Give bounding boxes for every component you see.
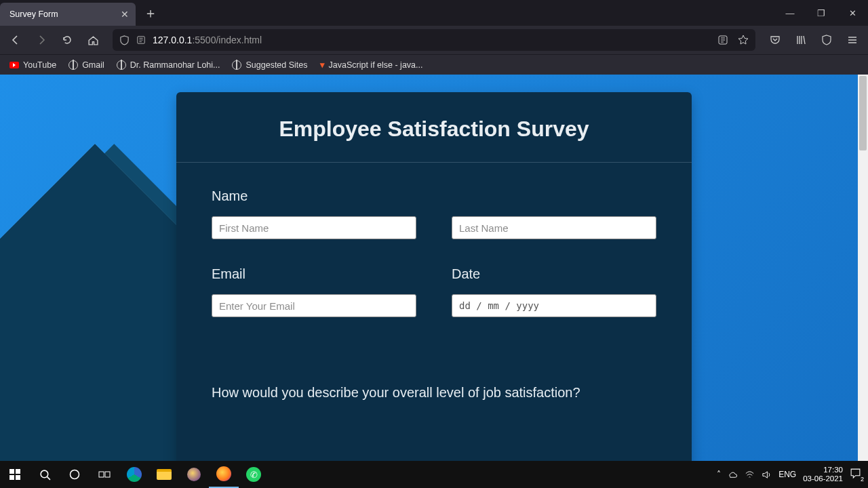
taskbar-app-whatsapp[interactable]: ✆ <box>239 461 269 488</box>
survey-card: Employee Satisfaction Survey Name Email <box>176 92 692 461</box>
library-button[interactable] <box>789 29 812 51</box>
last-name-input[interactable] <box>452 216 656 239</box>
pocket-button[interactable] <box>764 29 787 51</box>
folder-icon <box>157 469 172 480</box>
hamburger-icon <box>847 35 858 45</box>
tray-language[interactable]: ENG <box>778 470 796 479</box>
task-view-icon <box>98 470 111 479</box>
edge-icon <box>127 467 142 482</box>
system-tray: ˄ ENG 17:30 03-06-2021 2 <box>710 466 868 483</box>
bookmark-label: Suggested Sites <box>245 60 307 70</box>
vertical-scrollbar[interactable] <box>858 75 868 461</box>
bookmark-suggested[interactable]: Suggested Sites <box>228 59 311 71</box>
name-label: Name <box>212 188 416 204</box>
globe-icon <box>117 60 126 70</box>
windows-icon <box>9 469 20 480</box>
first-name-input[interactable] <box>212 216 416 239</box>
svg-rect-2 <box>9 469 14 474</box>
bookmark-star-icon[interactable] <box>738 35 749 45</box>
bookmark-label: Gmail <box>82 60 104 70</box>
svg-rect-3 <box>16 469 20 474</box>
action-center-button[interactable]: 2 <box>850 468 861 481</box>
bookmark-label: JavaScript if else - java... <box>329 60 423 70</box>
address-bar[interactable]: 127.0.0.1:5500/index.html <box>113 29 755 51</box>
window-minimize-button[interactable]: — <box>774 0 806 26</box>
arrow-left-icon <box>10 35 21 45</box>
taskbar-app-firefox[interactable] <box>209 461 239 488</box>
volume-icon[interactable] <box>762 470 772 480</box>
bookmark-js[interactable]: ▾JavaScript if else - java... <box>316 58 427 71</box>
taskbar-apps: ✆ <box>119 461 269 488</box>
circle-icon <box>69 469 80 480</box>
reader-mode-icon[interactable] <box>717 35 728 45</box>
survey-body: Name Email Date dd / mm / yyyy <box>176 163 692 407</box>
notification-badge: 2 <box>861 476 864 483</box>
purple-circle-icon <box>187 468 201 481</box>
scrollbar-thumb[interactable] <box>859 76 867 150</box>
browser-chrome: Survey Form ✕ ＋ — ❐ ✕ 127.0.0.1:5500/ind… <box>0 0 868 75</box>
shield-icon <box>119 35 130 45</box>
name-label-spacer <box>452 188 656 204</box>
task-view-button[interactable] <box>90 461 119 488</box>
library-icon <box>795 35 806 45</box>
youtube-icon <box>9 62 19 68</box>
svg-rect-4 <box>9 475 14 480</box>
url-text: 127.0.0.1:5500/index.html <box>153 35 262 45</box>
tray-clock[interactable]: 17:30 03-06-2021 <box>803 466 843 483</box>
bookmark-gmail[interactable]: Gmail <box>64 59 108 71</box>
nav-toolbar: 127.0.0.1:5500/index.html <box>0 26 868 54</box>
url-path: :5500/index.html <box>192 35 262 45</box>
tab-strip: Survey Form ✕ ＋ — ❐ ✕ <box>0 0 868 26</box>
taskbar-app-edge[interactable] <box>119 461 149 488</box>
search-button[interactable] <box>30 461 60 488</box>
tab-close-icon[interactable]: ✕ <box>121 9 129 20</box>
window-controls: — ❐ ✕ <box>774 0 868 26</box>
onedrive-icon[interactable] <box>728 470 738 480</box>
pocket-icon <box>770 35 781 45</box>
brave-icon: ▾ <box>320 60 325 70</box>
bookmark-lohia[interactable]: Dr. Rammanohar Lohi... <box>113 59 224 71</box>
bookmark-label: Dr. Rammanohar Lohi... <box>130 60 220 70</box>
reload-icon <box>62 35 73 45</box>
tab-title: Survey Form <box>9 9 114 19</box>
question-job-satisfaction: How would you describe your overall leve… <box>212 385 656 401</box>
wifi-icon[interactable] <box>745 470 755 480</box>
svg-rect-8 <box>99 472 104 477</box>
page-viewport: Employee Satisfaction Survey Name Email <box>0 75 868 461</box>
shield-outline-icon <box>821 35 832 45</box>
cortana-button[interactable] <box>60 461 90 488</box>
tray-chevron-icon[interactable]: ˄ <box>717 470 721 479</box>
svg-point-6 <box>41 470 48 478</box>
svg-rect-9 <box>105 472 110 477</box>
browser-tab[interactable]: Survey Form ✕ <box>0 3 136 26</box>
new-tab-button[interactable]: ＋ <box>136 4 165 22</box>
svg-point-7 <box>71 470 79 479</box>
page-info-icon <box>136 35 146 45</box>
back-button[interactable] <box>4 29 27 51</box>
tray-time: 17:30 <box>803 466 843 474</box>
start-button[interactable] <box>0 461 30 488</box>
window-close-button[interactable]: ✕ <box>837 0 868 26</box>
reload-button[interactable] <box>56 29 79 51</box>
survey-title: Employee Satisfaction Survey <box>190 117 678 142</box>
date-placeholder: dd / mm / yyyy <box>459 300 539 311</box>
survey-header: Employee Satisfaction Survey <box>176 92 692 163</box>
arrow-right-icon <box>36 35 47 45</box>
app-menu-button[interactable] <box>841 29 864 51</box>
window-restore-button[interactable]: ❐ <box>806 0 837 26</box>
bookmark-label: YouTube <box>23 60 56 70</box>
email-label: Email <box>212 266 416 282</box>
date-input[interactable]: dd / mm / yyyy <box>452 294 656 317</box>
bookmark-youtube[interactable]: YouTube <box>5 59 60 71</box>
forward-button[interactable] <box>30 29 53 51</box>
email-input[interactable] <box>212 294 416 317</box>
bookmarks-bar: YouTube Gmail Dr. Rammanohar Lohi... Sug… <box>0 54 868 75</box>
home-button[interactable] <box>81 29 104 51</box>
notification-icon <box>850 468 861 479</box>
globe-icon <box>68 60 78 70</box>
taskbar-app-generic1[interactable] <box>179 461 209 488</box>
windows-taskbar: ✆ ˄ ENG 17:30 03-06-2021 2 <box>0 461 868 488</box>
whatsapp-icon: ✆ <box>246 467 261 482</box>
extension-button[interactable] <box>815 29 838 51</box>
taskbar-app-explorer[interactable] <box>149 461 179 488</box>
